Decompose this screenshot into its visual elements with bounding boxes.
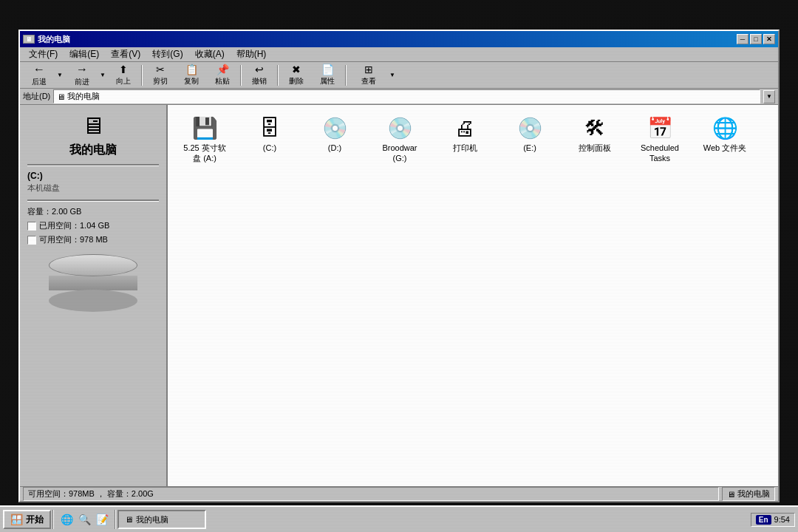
taskbar-window-label: 我的电脑 [136, 514, 168, 525]
main-window: 🖥 我的电脑 ─ □ ✕ 文件(F) 编辑(E) 查看(V) 转到(G) 收藏(… [18, 30, 780, 502]
file-label-control-panel: 控制面板 [579, 143, 611, 153]
status-location: 🖥 我的电脑 [722, 487, 775, 501]
content-area: 🖥 我的电脑 (C:) 本机磁盘 容量：2.00 GB 已用空间：1.04 GB… [20, 105, 778, 486]
back-label: 后退 [32, 77, 47, 87]
file-icon-drive-g: 💿 [387, 116, 413, 141]
undo-button[interactable]: ↩ 撤销 [245, 64, 274, 87]
file-label-printer: 打印机 [453, 143, 477, 153]
toolbar-sep-4 [345, 65, 347, 86]
taskbar-right: En 9:54 [751, 513, 795, 527]
up-button[interactable]: ⬆ 向上 [109, 64, 138, 87]
cut-label: 剪切 [153, 76, 168, 86]
views-icon: ⊞ [364, 64, 373, 75]
file-item-drive-e[interactable]: 💿(E:) [500, 112, 559, 167]
address-dropdown[interactable]: ▼ [763, 90, 775, 103]
undo-icon: ↩ [255, 64, 264, 75]
disk-bottom [49, 290, 137, 312]
file-item-control-panel[interactable]: 🛠控制面板 [565, 112, 624, 167]
file-item-printer[interactable]: 🖨打印机 [435, 112, 494, 167]
left-panel-divider-2 [27, 200, 159, 202]
title-bar: 🖥 我的电脑 ─ □ ✕ [20, 31, 778, 47]
address-label: 地址(D) [23, 91, 50, 102]
delete-button[interactable]: ✖ 删除 [282, 64, 311, 87]
properties-button[interactable]: 📄 属性 [313, 64, 342, 87]
right-panel: 💾5.25 英寸软 盘 (A:)🗄(C:)💿(D:)💿Broodwar (G:)… [168, 105, 778, 486]
properties-icon: 📄 [321, 64, 334, 75]
menu-help[interactable]: 帮助(H) [231, 47, 273, 62]
lang-badge: En [756, 515, 771, 525]
up-label: 向上 [116, 76, 131, 86]
views-dropdown[interactable]: ▼ [388, 64, 397, 87]
back-icon: ← [33, 63, 45, 76]
forward-button-group: → 前进 ▼ [66, 64, 107, 87]
file-icon-drive-e: 💿 [517, 116, 543, 141]
forward-label: 前进 [75, 77, 89, 87]
taskbar-window-icon: 🖥 [125, 515, 133, 524]
start-label: 开始 [26, 514, 44, 526]
menu-view[interactable]: 查看(V) [105, 47, 146, 62]
file-label-scheduled-tasks: Scheduled Tasks [641, 143, 679, 164]
capacity-row: 容量：2.00 GB [27, 206, 159, 217]
free-checkbox[interactable] [27, 236, 36, 245]
left-panel-divider [27, 164, 159, 166]
file-item-drive-d[interactable]: 💿(D:) [305, 112, 364, 167]
copy-icon: 📋 [185, 64, 198, 75]
title-bar-buttons: ─ □ ✕ [737, 34, 775, 44]
menu-goto[interactable]: 转到(G) [146, 47, 188, 62]
file-icon-drive-d: 💿 [322, 116, 348, 141]
menu-file[interactable]: 文件(F) [23, 47, 64, 62]
drive-name: 本机磁盘 [27, 183, 159, 194]
back-button[interactable]: ← 后退 [23, 64, 55, 87]
window-title: 我的电脑 [38, 34, 70, 45]
disk-top [49, 254, 137, 276]
restore-button[interactable]: □ [750, 34, 762, 44]
quick-search-icon[interactable]: 🔍 [76, 511, 92, 528]
copy-button[interactable]: 📋 复制 [177, 64, 206, 87]
file-item-floppy-a[interactable]: 💾5.25 英寸软 盘 (A:) [175, 112, 234, 167]
minimize-button[interactable]: ─ [737, 34, 748, 44]
quick-ie-icon[interactable]: 🌐 [58, 511, 75, 528]
paste-button[interactable]: 📌 粘贴 [208, 64, 237, 87]
menu-favorites[interactable]: 收藏(A) [189, 47, 231, 62]
file-icon-drive-c: 🗄 [259, 116, 280, 141]
file-label-drive-d: (D:) [328, 143, 341, 153]
drive-label: (C:) [27, 171, 159, 181]
up-icon: ⬆ [119, 64, 128, 75]
taskbar: 🪟 开始 🌐 🔍 📝 🖥 我的电脑 En 9:54 [0, 505, 798, 532]
views-button[interactable]: ⊞ 查看 [349, 64, 388, 87]
used-space-text: 已用空间：1.04 GB [39, 220, 109, 231]
address-bar: 地址(D) 🖥 我的电脑 ▼ [20, 89, 778, 105]
views-button-group: ⊞ 查看 ▼ [349, 64, 397, 87]
taskbar-active-window[interactable]: 🖥 我的电脑 [117, 510, 206, 529]
file-icon-printer: 🖨 [454, 116, 475, 141]
file-label-drive-e: (E:) [523, 143, 536, 153]
used-space-row: 已用空间：1.04 GB [27, 220, 159, 231]
menu-bar: 文件(F) 编辑(E) 查看(V) 转到(G) 收藏(A) 帮助(H) [20, 47, 778, 62]
used-checkbox[interactable] [27, 222, 36, 231]
forward-button[interactable]: → 前进 [66, 64, 98, 87]
file-icon-scheduled-tasks: 📅 [647, 116, 673, 141]
file-item-scheduled-tasks[interactable]: 📅Scheduled Tasks [630, 112, 689, 167]
file-item-drive-c[interactable]: 🗄(C:) [240, 112, 299, 167]
file-label-drive-g: Broodwar (G:) [382, 143, 417, 164]
forward-dropdown[interactable]: ▼ [98, 64, 107, 87]
file-item-web-folder[interactable]: 🌐Web 文件夹 [695, 112, 754, 167]
file-label-floppy-a: 5.25 英寸软 盘 (A:) [183, 143, 225, 164]
address-input[interactable]: 🖥 我的电脑 [53, 89, 760, 103]
back-dropdown[interactable]: ▼ [55, 64, 64, 87]
file-item-drive-g[interactable]: 💿Broodwar (G:) [370, 112, 429, 167]
free-space-row: 可用空间：978 MB [27, 234, 159, 245]
start-button[interactable]: 🪟 开始 [3, 510, 51, 529]
taskbar-sep-2 [115, 510, 116, 529]
file-icon-floppy-a: 💾 [192, 116, 218, 141]
status-free-space: 可用空间：978MB， 容量：2.00G [23, 487, 719, 501]
capacity-text: 容量：2.00 GB [27, 206, 81, 217]
status-bar: 可用空间：978MB， 容量：2.00G 🖥 我的电脑 [20, 486, 778, 501]
close-button[interactable]: ✕ [763, 34, 775, 44]
delete-icon: ✖ [292, 64, 301, 75]
cut-button[interactable]: ✂ 剪切 [146, 64, 175, 87]
taskbar-sep-1 [52, 510, 54, 529]
menu-edit[interactable]: 编辑(E) [64, 47, 105, 62]
status-free-text: 可用空间：978MB [28, 488, 95, 499]
quick-edit-icon[interactable]: 📝 [94, 511, 110, 528]
